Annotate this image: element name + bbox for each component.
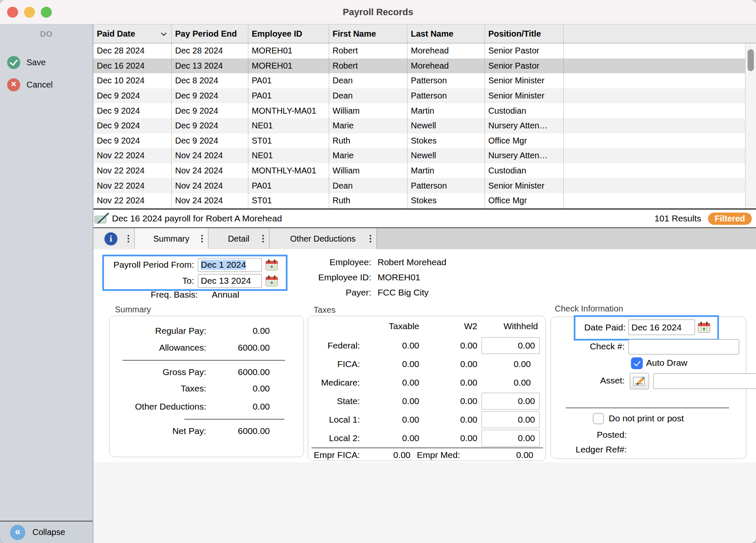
tax-withheld-value: 0.00: [514, 378, 531, 388]
table-cell: Nursery Atten…: [485, 148, 564, 163]
regular-pay-label: Regular Pay:: [155, 326, 206, 336]
tab-options-dots-icon[interactable]: [201, 238, 203, 240]
column-header-position-title[interactable]: Position/Title: [485, 24, 564, 43]
allowances-value: 6000.00: [238, 343, 270, 353]
check-information-section-title: Check Information: [555, 304, 623, 314]
info-tab[interactable]: i: [93, 228, 135, 249]
tax-withheld-input[interactable]: 0.00: [482, 411, 540, 428]
payroll-period-from-input[interactable]: Dec 1 2024: [198, 258, 262, 272]
table-cell: Dean: [329, 178, 407, 193]
table-cell: Nov 22 2024: [93, 163, 172, 178]
column-header-paid-date[interactable]: Paid Date: [93, 24, 172, 43]
tax-row-label: Federal:: [327, 341, 360, 351]
table-cell: Dec 28 2024: [172, 43, 248, 59]
save-button[interactable]: Save: [0, 55, 93, 70]
table-cell: Patterson: [407, 88, 485, 104]
payroll-record-icon: [94, 212, 109, 225]
table-row[interactable]: Nov 22 2024Nov 24 2024NE01MarieNewellNur…: [93, 148, 756, 163]
table-cell: Nov 24 2024: [172, 148, 248, 163]
table-row[interactable]: Dec 10 2024Dec 8 2024PA01DeanPattersonSe…: [93, 73, 756, 88]
tax-row-label: Local 2:: [329, 433, 360, 443]
posted-label: Posted:: [597, 430, 627, 440]
asset-input[interactable]: [653, 373, 756, 389]
record-title: Dec 16 2024 payroll for Robert A Morehea…: [112, 213, 282, 224]
table-cell-filler: [564, 133, 756, 149]
table-cell: MONTHLY-MA01: [248, 103, 329, 118]
collapse-sidebar-button[interactable]: « Collapse: [0, 521, 93, 543]
freq-basis-label: Freq. Basis:: [93, 290, 198, 300]
tax-withheld-input[interactable]: 0.00: [482, 430, 540, 447]
tab-bar: i Summary Detail Other Deductions: [93, 228, 756, 249]
tax-row-label: Medicare:: [321, 378, 360, 388]
tab-options-dots-icon[interactable]: [262, 238, 264, 240]
table-cell: Dec 9 2024: [172, 118, 248, 133]
table-cell: Senior Minister: [485, 178, 564, 193]
tab-options-dots-icon[interactable]: [370, 238, 371, 240]
cancel-x-icon: ×: [7, 78, 20, 91]
taxable-column-header: Taxable: [389, 321, 419, 331]
table-cell: MOREH01: [248, 59, 329, 74]
auto-draw-checkbox[interactable]: [631, 357, 643, 369]
tab-options-dots-icon[interactable]: [128, 238, 129, 240]
table-cell: MONTHLY-MA01: [248, 163, 329, 178]
employee-id-value: MOREH01: [378, 272, 421, 282]
table-cell: Morehead: [407, 59, 485, 74]
table-cell: NE01: [248, 148, 329, 163]
date-paid-input[interactable]: Dec 16 2024: [628, 319, 695, 335]
table-row[interactable]: Nov 22 2024Nov 24 2024MONTHLY-MA01Willia…: [93, 163, 756, 178]
tax-withheld-value: 0.00: [514, 359, 531, 369]
table-row[interactable]: Dec 9 2024Dec 9 2024NE01MarieNewellNurse…: [93, 118, 756, 133]
table-row[interactable]: Nov 22 2024Nov 24 2024ST01RuthStokesOffi…: [93, 193, 756, 208]
asset-picker-button[interactable]: [630, 373, 649, 389]
taxes-label: Taxes:: [181, 383, 206, 394]
tab-summary[interactable]: Summary: [135, 228, 208, 249]
payroll-period-to-input[interactable]: Dec 13 2024: [198, 274, 262, 288]
column-header-last-name[interactable]: Last Name: [407, 24, 485, 43]
do-not-print-label: Do not print or post: [609, 413, 684, 423]
table-cell: Marie: [329, 148, 407, 163]
table-row[interactable]: Nov 22 2024Nov 24 2024PA01DeanPattersonS…: [93, 178, 756, 193]
record-status-bar: Dec 16 2024 payroll for Robert A Morehea…: [93, 210, 756, 228]
tax-row-label: FICA:: [337, 359, 360, 369]
table-scrollbar[interactable]: [745, 43, 756, 208]
table-cell: Nov 22 2024: [93, 193, 172, 208]
do-not-print-checkbox[interactable]: [593, 413, 604, 424]
filtered-badge[interactable]: Filtered: [708, 213, 752, 225]
save-button-label: Save: [27, 58, 46, 67]
table-cell: William: [329, 103, 407, 118]
table-row[interactable]: Dec 9 2024Dec 9 2024ST01RuthStokesOffice…: [93, 133, 756, 149]
column-header-employee-id[interactable]: Employee ID: [248, 24, 329, 43]
table-cell: ST01: [248, 193, 329, 208]
calendar-icon[interactable]: [697, 321, 711, 334]
table-row[interactable]: Dec 9 2024Dec 9 2024PA01DeanPattersonSen…: [93, 88, 756, 104]
table-row[interactable]: Dec 9 2024Dec 9 2024MONTHLY-MA01WilliamM…: [93, 103, 756, 118]
cancel-button-label: Cancel: [27, 80, 53, 90]
table-cell: Newell: [407, 118, 485, 133]
table-cell: Dec 16 2024: [93, 59, 172, 74]
table-cell: PA01: [248, 88, 329, 104]
table-cell: William: [329, 163, 407, 178]
tax-withheld-input[interactable]: 0.00: [482, 393, 540, 410]
regular-pay-value: 0.00: [253, 326, 270, 336]
column-header-pay-period-end[interactable]: Pay Period End: [172, 24, 248, 43]
tab-other-deductions[interactable]: Other Deductions: [269, 228, 377, 249]
table-cell: Dec 9 2024: [172, 133, 248, 149]
withheld-column-header: Withheld: [503, 321, 538, 331]
table-cell: Martin: [407, 103, 485, 118]
check-number-input[interactable]: [628, 339, 739, 354]
table-cell: Ruth: [329, 193, 407, 208]
table-scrollbar-thumb[interactable]: [748, 49, 754, 71]
tax-withheld-input[interactable]: 0.00: [482, 337, 540, 354]
tab-detail[interactable]: Detail: [208, 228, 269, 249]
table-cell: Senior Minister: [485, 73, 564, 88]
check-information-panel: Date Paid: Dec 16 2024 Check #: Auto Dra…: [551, 317, 746, 459]
tax-row: Federal:0.000.000.00: [308, 336, 546, 355]
cancel-button[interactable]: × Cancel: [0, 77, 93, 92]
table-row[interactable]: Dec 28 2024Dec 28 2024MOREH01RobertMoreh…: [93, 43, 756, 59]
table-row[interactable]: Dec 16 2024Dec 13 2024MOREH01RobertMoreh…: [93, 59, 756, 74]
gross-pay-label: Gross Pay:: [162, 367, 206, 377]
table-cell: Dec 9 2024: [93, 118, 172, 133]
table-cell: PA01: [248, 73, 329, 88]
column-header-first-name[interactable]: First Name: [329, 24, 407, 43]
table-cell: Dec 9 2024: [172, 88, 248, 104]
